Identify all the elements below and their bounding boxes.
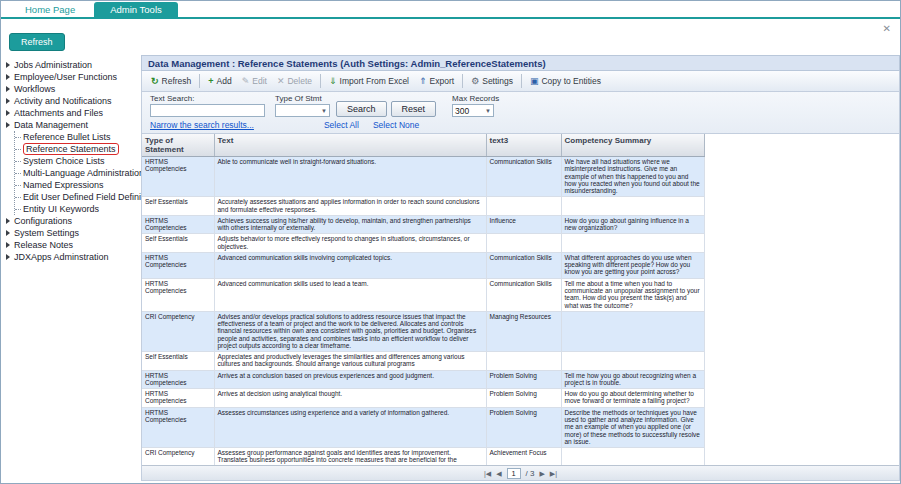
- table-cell: Advises and/or develops practical soluti…: [214, 311, 486, 351]
- text-search-label: Text Search:: [150, 94, 265, 103]
- table-row[interactable]: HRTMS CompetenciesArrives at a conclusio…: [142, 370, 704, 389]
- sidebar-subitem-label: System Choice Lists: [23, 156, 105, 166]
- grid-rows: HRTMS CompetenciesAble to communicate we…: [142, 157, 704, 466]
- toolbar-separator: [521, 74, 522, 88]
- table-cell: What different approaches do you use whe…: [561, 252, 704, 278]
- table-cell: [561, 352, 704, 371]
- sidebar-subitem[interactable]: Reference Statements: [15, 143, 139, 155]
- sidebar-subitem[interactable]: Edit User Defined Field Definitions: [15, 191, 139, 203]
- close-icon[interactable]: ✕: [883, 23, 891, 34]
- text-search-input[interactable]: [150, 104, 265, 117]
- first-page-button[interactable]: [484, 470, 491, 477]
- export-button[interactable]: ⇑Export: [414, 74, 459, 88]
- sidebar-subitem[interactable]: Reference Bullet Lists: [15, 131, 139, 143]
- sidebar-item[interactable]: Workflows: [5, 83, 139, 95]
- table-cell: Communication Skills: [486, 252, 561, 278]
- sidebar-item[interactable]: Jobs Administration: [5, 59, 139, 71]
- tab-admin-tools[interactable]: Admin Tools: [94, 2, 178, 17]
- refresh-page-button[interactable]: Refresh: [9, 33, 65, 51]
- column-header-text[interactable]: Text: [214, 134, 486, 157]
- table-row[interactable]: Self EssentialsAppreciates and productiv…: [142, 352, 704, 371]
- narrow-search-link[interactable]: Narrow the search results...: [150, 120, 254, 130]
- sidebar-subitem-label: Multi-Language Administration: [23, 168, 141, 178]
- sidebar-subitem[interactable]: System Choice Lists: [15, 155, 139, 167]
- table-row[interactable]: HRTMS CompetenciesAdvanced communication…: [142, 278, 704, 311]
- sidebar-subitem-label: Named Expressions: [23, 180, 104, 190]
- tree-node-icon: [6, 110, 10, 116]
- copy-entities-icon: ▣: [530, 77, 539, 86]
- search-button[interactable]: Search: [336, 101, 387, 117]
- sidebar-item[interactable]: Employee/User Functions: [5, 71, 139, 83]
- sidebar-item[interactable]: Attachments and Files: [5, 107, 139, 119]
- chevron-down-icon: ▼: [485, 108, 491, 114]
- grid-header-row: Type of Statement Text text3 Competency …: [142, 134, 704, 157]
- sidebar-item-label: JDXApps Adminstration: [14, 252, 109, 262]
- table-cell: HRTMS Competencies: [142, 278, 214, 311]
- table-row[interactable]: Self EssentialsAdjusts behavior to more …: [142, 234, 704, 253]
- table-cell: Arrives at decision using analytical tho…: [214, 389, 486, 408]
- tab-home-page[interactable]: Home Page: [9, 2, 91, 17]
- import-from-excel-button[interactable]: ⇓Import From Excel: [324, 74, 414, 88]
- table-row[interactable]: HRTMS CompetenciesAssesses circumstances…: [142, 407, 704, 447]
- column-header-summary[interactable]: Competency Summary: [561, 134, 704, 157]
- add-button[interactable]: +Add: [203, 74, 236, 88]
- table-cell: Communication Skills: [486, 157, 561, 197]
- table-row[interactable]: HRTMS CompetenciesAdvanced communication…: [142, 252, 704, 278]
- column-header-text3[interactable]: text3: [486, 134, 561, 157]
- toolbar-button-label: Export: [430, 76, 455, 86]
- sidebar-item[interactable]: Release Notes: [5, 239, 139, 251]
- max-records-dropdown[interactable]: 300 ▼: [452, 104, 494, 117]
- tree-node-icon: [6, 218, 10, 224]
- refresh-button[interactable]: ↻Refresh: [146, 74, 196, 88]
- sidebar-item[interactable]: Data Management: [5, 119, 139, 131]
- export-icon: ⇑: [419, 77, 427, 86]
- table-cell: Assesses group performance against goals…: [214, 448, 486, 465]
- type-of-stmt-dropdown[interactable]: ▼: [275, 104, 330, 117]
- sidebar-item[interactable]: System Settings: [5, 227, 139, 239]
- table-cell: Able to communicate well in straight-for…: [214, 157, 486, 197]
- tree-node-icon: [6, 86, 10, 92]
- delete-button: ✕Delete: [272, 74, 317, 88]
- sidebar-subitem[interactable]: Named Expressions: [15, 179, 139, 191]
- toolbar-button-label: Edit: [252, 76, 267, 86]
- table-cell: [486, 234, 561, 253]
- sidebar-subitem[interactable]: Entity UI Keywords: [15, 203, 139, 215]
- table-cell: HRTMS Competencies: [142, 407, 214, 447]
- table-row[interactable]: HRTMS CompetenciesAchieves success using…: [142, 215, 704, 234]
- table-row[interactable]: HRTMS CompetenciesArrives at decision us…: [142, 389, 704, 408]
- tree-node-icon: [6, 242, 10, 248]
- max-records-value: 300: [455, 106, 469, 116]
- last-page-button[interactable]: [550, 470, 557, 477]
- sidebar-item[interactable]: Activity and Notifications: [5, 95, 139, 107]
- refresh-icon: ↻: [151, 77, 159, 86]
- settings-button[interactable]: ⚙Settings: [466, 74, 518, 88]
- sidebar-item-label: Data Management: [14, 120, 88, 130]
- table-row[interactable]: CRI CompetencyAssesses group performance…: [142, 448, 704, 465]
- table-cell: CRI Competency: [142, 311, 214, 351]
- copy-to-entities-button[interactable]: ▣Copy to Entities: [525, 74, 606, 88]
- reset-button[interactable]: Reset: [391, 101, 437, 117]
- max-records-label: Max Records: [452, 94, 499, 103]
- sidebar-subitem-label: Entity UI Keywords: [23, 204, 99, 214]
- sidebar-subitem[interactable]: Multi-Language Administration: [15, 167, 139, 179]
- table-row[interactable]: CRI CompetencyAdvises and/or develops pr…: [142, 311, 704, 351]
- sidebar-item[interactable]: JDXApps Adminstration: [5, 251, 139, 263]
- toolbar-button-label: Add: [217, 76, 232, 86]
- table-cell: Appreciates and productively leverages t…: [214, 352, 486, 371]
- select-all-link[interactable]: Select All: [324, 120, 359, 130]
- sidebar-item[interactable]: Configurations: [5, 215, 139, 227]
- table-row[interactable]: Self EssentialsAccurately assesses situa…: [142, 197, 704, 216]
- toolbar-separator: [199, 74, 200, 88]
- table-cell: Tell me how you go about recognizing whe…: [561, 370, 704, 389]
- toolbar-button-label: Copy to Entities: [541, 76, 601, 86]
- sidebar-item-label: Configurations: [14, 216, 72, 226]
- table-cell: Problem Solving: [486, 407, 561, 447]
- select-none-link[interactable]: Select None: [373, 120, 419, 130]
- toolbar-button-label: Refresh: [162, 76, 192, 86]
- table-row[interactable]: HRTMS CompetenciesAble to communicate we…: [142, 157, 704, 197]
- page-number-input[interactable]: 1: [507, 468, 521, 479]
- table-cell: Influence: [486, 215, 561, 234]
- prev-page-button[interactable]: [496, 470, 501, 477]
- next-page-button[interactable]: [539, 470, 544, 477]
- column-header-type[interactable]: Type of Statement: [142, 134, 214, 157]
